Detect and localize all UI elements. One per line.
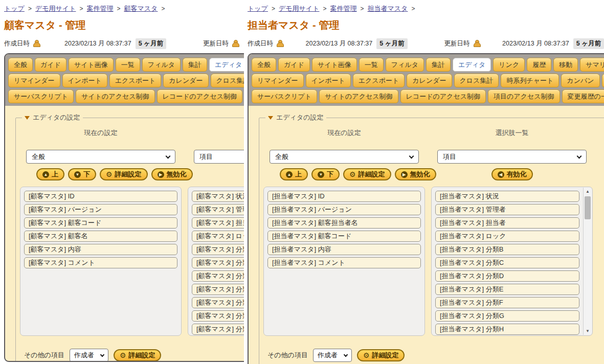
field-item[interactable]: [顧客マスタ] 状況	[192, 191, 244, 202]
tab[interactable]: 履歴	[527, 58, 551, 72]
tab[interactable]: カレンダー	[407, 74, 452, 87]
scrollbar-up-button[interactable]: ▲	[584, 188, 592, 195]
field-item[interactable]: [顧客マスタ] 管理者	[192, 204, 244, 215]
field-item[interactable]: [担当者マスタ] ロック	[435, 231, 579, 242]
tab[interactable]: リンク	[493, 58, 525, 72]
tab[interactable]: カレンダー	[163, 74, 208, 87]
tab[interactable]: 時系列チャート	[501, 74, 559, 87]
breadcrumb-link[interactable]: 案件管理	[86, 4, 113, 13]
field-item[interactable]: [担当者マスタ] 顧客コード	[267, 231, 421, 242]
other-fields-select[interactable]: 作成者	[313, 349, 352, 362]
move-up-button[interactable]: ▲上	[280, 168, 308, 180]
field-item[interactable]: [顧客マスタ] 顧客名	[24, 231, 177, 242]
tab[interactable]: 集計	[183, 58, 207, 72]
other-fields-select[interactable]: 作成者	[70, 349, 108, 362]
breadcrumb-link[interactable]: デモ用サイト	[35, 4, 76, 13]
field-item[interactable]: [顧客マスタ] 分類D	[192, 270, 244, 282]
field-item[interactable]: [担当者マスタ] バージョン	[267, 204, 421, 215]
tab[interactable]: クロス集計	[454, 74, 499, 87]
tab[interactable]: 一覧	[116, 58, 140, 72]
field-item[interactable]: [担当者マスタ] 状況	[435, 191, 579, 202]
current-items-list[interactable]: [担当者マスタ] ID[担当者マスタ] バージョン[担当者マスタ] 顧客担当者名…	[263, 187, 425, 336]
tab[interactable]: 変更履歴の一覧	[562, 89, 604, 103]
tab[interactable]: 項目のアクセス制御	[488, 89, 560, 103]
field-item[interactable]: [顧客マスタ] 内容	[24, 244, 177, 255]
breadcrumb-link[interactable]: 担当者マスタ	[368, 4, 408, 13]
field-item[interactable]: [担当者マスタ] 分類C	[435, 257, 579, 268]
tab[interactable]: レコードのアクセス制御	[400, 89, 486, 103]
scrollbar-down-button[interactable]: ▼	[584, 327, 592, 335]
tab[interactable]: 画像ライブラリ	[602, 74, 604, 87]
tab[interactable]: サイト画像	[69, 58, 114, 72]
field-item[interactable]: [顧客マスタ] 担当者	[192, 217, 244, 229]
field-item[interactable]: [担当者マスタ] 分類H	[435, 324, 579, 335]
tab[interactable]: レコードのアクセス制御	[157, 89, 242, 103]
tab[interactable]: ガイド	[35, 58, 66, 72]
scrollbar[interactable]: ▲ ▼	[583, 188, 592, 335]
tab[interactable]: 全般	[8, 58, 33, 72]
tab[interactable]: 移動	[553, 58, 578, 72]
tab[interactable]: フィルタ	[386, 58, 424, 72]
tab[interactable]: インポート	[62, 74, 107, 87]
tab[interactable]: サイトのアクセス制御	[319, 89, 398, 103]
breadcrumb-link[interactable]: デモ用サイト	[279, 4, 320, 13]
tab[interactable]: サーバスクリプト	[252, 89, 317, 103]
field-item[interactable]: [顧客マスタ] 分類B	[192, 244, 244, 255]
tab[interactable]: エクスポート	[109, 74, 162, 87]
field-item[interactable]: [担当者マスタ] 管理者	[435, 204, 579, 215]
choices-list[interactable]: [顧客マスタ] 状況[顧客マスタ] 管理者[顧客マスタ] 担当者[顧客マスタ] …	[188, 187, 244, 336]
tab[interactable]: サイトのアクセス制御	[76, 89, 154, 103]
breadcrumb-link[interactable]: トップ	[248, 4, 268, 13]
tab[interactable]: リマインダー	[252, 74, 304, 87]
advanced-settings-button[interactable]: ⚙詳細設定	[100, 168, 148, 180]
disable-button[interactable]: ▶無効化	[151, 168, 193, 180]
tab[interactable]: リマインダー	[8, 74, 60, 87]
field-item[interactable]: [顧客マスタ] コメント	[24, 257, 177, 268]
tab[interactable]: サマリ	[580, 58, 604, 72]
field-item[interactable]: [顧客マスタ] 分類G	[192, 310, 244, 322]
field-item[interactable]: [担当者マスタ] 分類E	[435, 284, 579, 295]
tab[interactable]: エクスポート	[353, 74, 405, 87]
move-up-button[interactable]: ▲上	[36, 168, 64, 180]
field-item[interactable]: [顧客マスタ] 顧客コード	[24, 217, 177, 229]
advanced-settings-button[interactable]: ⚙詳細設定	[357, 349, 405, 361]
tab[interactable]: サイト画像	[312, 58, 357, 72]
tab[interactable]: 一覧	[359, 58, 384, 72]
breadcrumb-link[interactable]: 顧客マスタ	[124, 4, 158, 13]
field-item[interactable]: [担当者マスタ] コメント	[267, 257, 421, 268]
breadcrumb-link[interactable]: 案件管理	[330, 4, 356, 13]
breadcrumb-link[interactable]: トップ	[4, 4, 25, 13]
choices-select[interactable]: 項目	[437, 150, 587, 164]
tab[interactable]: カンバン	[561, 74, 599, 87]
current-items-list[interactable]: [顧客マスタ] ID[顧客マスタ] バージョン[顧客マスタ] 顧客コード[顧客マ…	[20, 187, 182, 336]
field-item[interactable]: [担当者マスタ] 分類B	[435, 244, 579, 255]
choices-select[interactable]: 項目	[194, 150, 244, 164]
current-settings-select[interactable]: 全般	[270, 150, 419, 164]
field-item[interactable]: [担当者マスタ] 分類G	[435, 310, 579, 322]
field-item[interactable]: [担当者マスタ] 分類F	[435, 297, 579, 308]
tab[interactable]: クロス集計	[211, 74, 244, 87]
tab[interactable]: サーバスクリプト	[8, 89, 74, 103]
advanced-settings-button[interactable]: ⚙詳細設定	[114, 349, 162, 361]
tab[interactable]: エディタ	[453, 58, 491, 72]
field-item[interactable]: [顧客マスタ] ID	[24, 191, 177, 202]
choices-list[interactable]: [担当者マスタ] 状況[担当者マスタ] 管理者[担当者マスタ] 担当者[担当者マ…	[431, 187, 593, 336]
enable-button[interactable]: ◀有効化	[491, 168, 533, 180]
tab[interactable]: フィルタ	[142, 58, 181, 72]
field-item[interactable]: [担当者マスタ] 顧客担当者名	[267, 217, 421, 229]
tab[interactable]: エディタ	[209, 58, 244, 72]
disable-button[interactable]: ▶無効化	[395, 168, 436, 180]
collapse-triangle-icon[interactable]	[268, 116, 273, 120]
field-item[interactable]: [担当者マスタ] ID	[267, 191, 421, 202]
field-item[interactable]: [顧客マスタ] 分類H	[192, 324, 244, 335]
field-item[interactable]: [顧客マスタ] ロック	[192, 231, 244, 242]
scrollbar-thumb[interactable]	[585, 196, 591, 219]
tab[interactable]: 全般	[252, 58, 276, 72]
field-item[interactable]: [顧客マスタ] 分類F	[192, 297, 244, 308]
field-item[interactable]: [担当者マスタ] 分類D	[435, 270, 579, 282]
tab[interactable]: インポート	[306, 74, 351, 87]
tab[interactable]: ガイド	[278, 58, 310, 72]
current-settings-select[interactable]: 全般	[26, 150, 175, 164]
move-down-button[interactable]: ▼下	[68, 168, 96, 180]
tab[interactable]: 集計	[426, 58, 451, 72]
